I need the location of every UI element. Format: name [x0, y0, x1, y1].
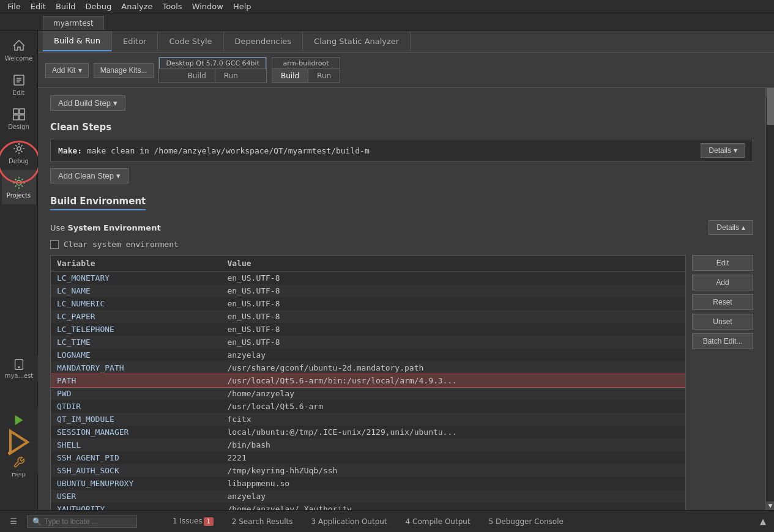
table-row[interactable]: QT_IM_MODULEfcitx [51, 413, 685, 426]
tab-code-style[interactable]: Code Style [158, 32, 223, 51]
sys-env-details-button[interactable]: Details ▴ [709, 220, 753, 235]
add-clean-step-button[interactable]: Add Clean Step ▾ [50, 168, 128, 183]
table-row[interactable]: LC_PAPERen_US.UTF-8 [51, 310, 685, 323]
env-table-header: Variable Value [51, 256, 685, 272]
sys-env-label: Use System Environment [50, 223, 161, 232]
sidebar-item-design[interactable]: Design [2, 102, 36, 136]
build-env-title: Build Environment [50, 196, 146, 210]
table-row[interactable]: PATH/usr/local/Qt5.6-arm/bin:/usr/local/… [51, 374, 685, 387]
table-row[interactable]: PWD/home/anzyelay [51, 387, 685, 400]
menu-edit[interactable]: Edit [26, 1, 51, 12]
status-tab-debugger[interactable]: 5 Debugger Console [480, 515, 572, 528]
env-batch-edit-button[interactable]: Batch Edit... [692, 333, 753, 349]
status-tab-compile[interactable]: 4 Compile Output [397, 515, 479, 528]
search-input[interactable] [44, 517, 124, 526]
kit-desktop: Desktop Qt 5.7.0 GCC 64bit Build Run [158, 57, 267, 83]
kit-arm-tab-build[interactable]: Build [272, 69, 308, 83]
kit-area: Add Kit ▾ Manage Kits... Desktop Qt 5.7.… [38, 53, 774, 88]
kit-desktop-tab-build[interactable]: Build [179, 69, 215, 83]
table-row[interactable]: LC_NUMERICen_US.UTF-8 [51, 297, 685, 310]
status-tab-search[interactable]: 2 Search Results [223, 515, 302, 528]
table-row[interactable]: XAUTHORITY/home/anzyelay/.Xauthority [51, 503, 685, 510]
kit-desktop-tab-run[interactable]: Run [215, 69, 247, 83]
env-val-cell: en_US.UTF-8 [221, 297, 685, 310]
sidebar-item-welcome[interactable]: Welcome [2, 33, 36, 67]
kit-arm-tab-run[interactable]: Run [308, 69, 340, 83]
sidebar-debug-label: Debug [9, 158, 29, 164]
table-row[interactable]: LOGNAMEanzyelay [51, 349, 685, 361]
env-var-cell: QT_IM_MODULE [51, 413, 221, 426]
tab-build-run[interactable]: Build & Run [43, 31, 112, 51]
table-row[interactable]: UBUNTU_MENUPROXYlibappmenu.so [51, 477, 685, 490]
make-details-button[interactable]: Details ▾ [701, 143, 745, 158]
table-row[interactable]: LC_TIMEen_US.UTF-8 [51, 336, 685, 349]
scroll-down-arrow[interactable]: ▼ [766, 501, 774, 510]
kit-arm-name[interactable]: arm-buildroot [272, 58, 340, 69]
sidebar-item-debug[interactable]: Debug [2, 136, 36, 170]
sidebar-welcome-label: Welcome [5, 55, 33, 62]
svg-point-9 [17, 180, 21, 185]
env-reset-button[interactable]: Reset [692, 294, 753, 310]
env-var-cell: LC_NAME [51, 284, 221, 297]
tab-dependencies[interactable]: Dependencies [224, 32, 303, 51]
build-icon [13, 456, 25, 468]
add-kit-button[interactable]: Add Kit ▾ [45, 63, 89, 78]
table-row[interactable]: LC_MONETARYen_US.UTF-8 [51, 272, 685, 285]
debug-icon [12, 141, 26, 156]
table-row[interactable]: LC_NAMEen_US.UTF-8 [51, 284, 685, 297]
env-edit-button[interactable]: Edit [692, 255, 753, 271]
content-scrollbar[interactable]: ▲ ▼ [765, 88, 774, 510]
env-val-cell: /tmp/keyring-hhZUqb/ssh [221, 464, 685, 477]
env-unset-button[interactable]: Unset [692, 314, 753, 330]
sidebar-design-label: Design [8, 124, 29, 130]
table-row[interactable]: SHELL/bin/bash [51, 438, 685, 451]
svg-rect-4 [13, 109, 18, 114]
table-row[interactable]: SSH_AGENT_PID2221 [51, 451, 685, 464]
build-button[interactable] [4, 454, 34, 471]
sys-env-row: Use System Environment Details ▴ [50, 220, 753, 235]
clear-env-checkbox[interactable] [50, 240, 59, 249]
status-tab-app-output[interactable]: 3 Application Output [303, 515, 396, 528]
statusbar-search: 🔍 [27, 515, 137, 528]
svg-rect-6 [13, 115, 18, 120]
add-build-step-button[interactable]: Add Build Step ▾ [50, 95, 125, 111]
env-add-button[interactable]: Add [692, 275, 753, 290]
debug-run-button[interactable] [4, 432, 34, 453]
env-val-cell: fcitx [221, 413, 685, 426]
menu-file[interactable]: File [2, 1, 26, 12]
clean-steps-title: Clean Steps [50, 122, 753, 133]
sidebar-kit-device[interactable]: mya...est [0, 355, 38, 382]
table-row[interactable]: LC_TELEPHONEen_US.UTF-8 [51, 323, 685, 336]
menu-build[interactable]: Build [51, 1, 81, 12]
sidebar-item-edit[interactable]: Edit [2, 67, 36, 102]
sys-env-details-label: Details [716, 223, 739, 232]
design-icon [12, 107, 26, 122]
menu-help[interactable]: Help [228, 1, 256, 12]
statusbar-menu-icon[interactable]: ☰ [5, 513, 22, 530]
env-val-cell: anzyelay [221, 490, 685, 503]
kit-desktop-name[interactable]: Desktop Qt 5.7.0 GCC 64bit [159, 57, 266, 69]
doc-tab-myarmtest[interactable]: myarmtest [43, 16, 104, 30]
table-row[interactable]: USERanzyelay [51, 490, 685, 503]
manage-kits-button[interactable]: Manage Kits... [94, 63, 154, 78]
table-row[interactable]: SSH_AUTH_SOCK/tmp/keyring-hhZUqb/ssh [51, 464, 685, 477]
statusbar-arrow-up[interactable]: ▲ [757, 513, 769, 530]
table-row[interactable]: SESSION_MANAGERlocal/ubuntu:@/tmp/.ICE-u… [51, 426, 685, 438]
menu-window[interactable]: Window [187, 1, 228, 12]
tab-clang[interactable]: Clang Static Analyzer [303, 32, 411, 51]
env-var-cell: QTDIR [51, 400, 221, 413]
make-keyword: Make: [58, 146, 82, 155]
table-row[interactable]: MANDATORY_PATH/usr/share/gconf/ubuntu-2d… [51, 361, 685, 374]
env-var-cell: LOGNAME [51, 349, 221, 361]
table-row[interactable]: QTDIR/usr/local/Qt5.6-arm [51, 400, 685, 413]
make-label: Make: make clean in /home/anzyelay/works… [58, 146, 701, 155]
scroll-thumb[interactable] [767, 88, 774, 125]
sidebar-item-projects[interactable]: Projects [2, 170, 36, 204]
env-var-cell: LC_PAPER [51, 310, 221, 323]
menu-debug[interactable]: Debug [81, 1, 117, 12]
tab-editor[interactable]: Editor [112, 32, 158, 51]
env-var-cell: PWD [51, 387, 221, 400]
status-tab-issues[interactable]: 1 Issues1 [164, 514, 222, 528]
menu-tools[interactable]: Tools [158, 1, 187, 12]
menu-analyze[interactable]: Analyze [116, 1, 157, 12]
